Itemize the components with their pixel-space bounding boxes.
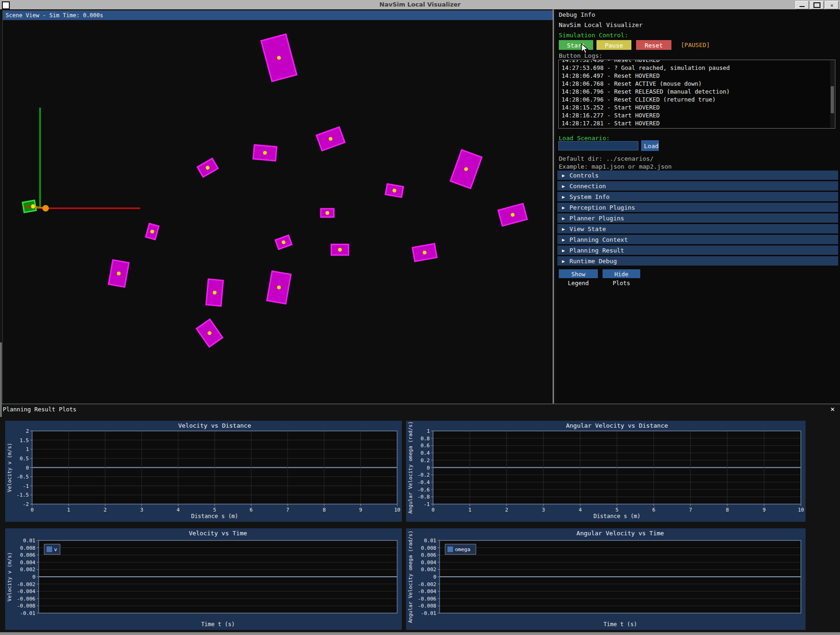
x-axis-label: Distance s (m) [593, 513, 640, 519]
maximize-button[interactable] [810, 1, 824, 9]
chevron-right-icon: ▶ [562, 173, 565, 178]
log-line: 14:28:06.796 - Reset CLICKED (returned t… [562, 96, 835, 103]
section-label: Planner Plugins [569, 215, 624, 222]
pause-button[interactable]: Pause [596, 40, 631, 50]
log-line: 14:28:06.768 - Reset ACTIVE (mouse down) [562, 80, 835, 88]
log-line: 14:27:53.698 - ? Goal reached, simulatio… [562, 64, 835, 72]
obstacle [498, 204, 527, 226]
section-view-state[interactable]: ▶View State [557, 224, 838, 233]
obstacle [413, 244, 437, 261]
plots-close-icon[interactable]: ✕ [828, 405, 837, 413]
scene-canvas[interactable] [3, 20, 554, 404]
ytick-label: -0.006 [418, 596, 436, 602]
chart-velocity-time: Velocity vs Time0.010.0080.0060.0040.002… [5, 528, 402, 630]
chart-title: Angular Velocity vs Distance [566, 422, 668, 429]
ytick-label: 0.01 [23, 538, 36, 544]
section-planner-plugins[interactable]: ▶Planner Plugins [557, 213, 838, 223]
load-scenario-label: Load Scenario: [559, 135, 610, 142]
obstacle [317, 127, 345, 151]
window-title: NavSim Local Visualizer [0, 1, 840, 8]
chevron-right-icon: ▶ [562, 194, 565, 199]
reset-button[interactable]: Reset [636, 40, 671, 50]
ytick-label: 0 [427, 465, 430, 471]
section-runtime-debug[interactable]: ▶Runtime Debug [557, 256, 838, 266]
example-hint: Example: map1.json or map2.json [559, 163, 672, 170]
ytick-label: -0.004 [17, 588, 35, 594]
section-label: Runtime Debug [569, 258, 617, 265]
section-connection[interactable]: ▶Connection [557, 181, 838, 191]
left-scrollbar-strip[interactable] [0, 342, 2, 417]
debug-panel-title: Debug Info [559, 11, 595, 18]
close-icon: ✕ [830, 3, 833, 8]
section-planning-result[interactable]: ▶Planning Result [557, 246, 838, 255]
panel-splitter[interactable] [553, 9, 554, 404]
log-line: 14:28:16.277 - Start HOVERED [562, 111, 835, 119]
chevron-right-icon: ▶ [562, 184, 565, 189]
section-system-info[interactable]: ▶System Info [557, 192, 838, 201]
scenario-input[interactable] [558, 141, 638, 150]
ytick-label: 1 [26, 446, 29, 452]
collapsible-sections: ▶Controls▶Connection▶System Info▶Percept… [557, 171, 838, 267]
ytick-label: -0.006 [17, 596, 35, 602]
xtick-label: 7 [286, 507, 289, 513]
hide-plots-button[interactable]: Hide Plots [603, 269, 640, 278]
log-scrollbar-thumb[interactable] [831, 86, 834, 113]
log-line: 14:28:06.497 - Reset HOVERED [562, 72, 835, 80]
x-axis-label: Time t (s) [603, 621, 637, 628]
ytick-label: -0.004 [418, 588, 436, 594]
obstacle [267, 271, 291, 304]
obstacle [253, 145, 277, 161]
obstacle [261, 34, 297, 81]
section-label: Connection [569, 183, 606, 190]
button-log-box[interactable]: 14:27:52.456 - Reset HOVERED14:27:53.698… [558, 60, 835, 129]
default-dir-hint: Default dir: ../scenarios/ [559, 155, 654, 162]
ytick-label: -0.008 [418, 603, 436, 609]
xtick-label: 10 [394, 507, 400, 513]
ytick-label: -0.6 [418, 487, 430, 493]
window-controls: ✕ [795, 1, 839, 9]
ytick-label: -2 [23, 501, 29, 507]
ytick-label: 0.8 [420, 436, 430, 442]
load-button[interactable]: Load [641, 140, 659, 151]
show-legend-button[interactable]: Show Legend [559, 269, 598, 278]
chevron-right-icon: ▶ [562, 259, 565, 264]
section-perception-plugins[interactable]: ▶Perception Plugins [557, 203, 838, 212]
plots-divider [0, 403, 840, 404]
close-button[interactable]: ✕ [825, 1, 839, 9]
chart-angular-velocity-time: Angular Velocity vs Time0.010.0080.0060.… [406, 528, 806, 630]
ytick-label: 0.01 [424, 538, 437, 544]
ytick-label: 0.004 [421, 560, 436, 566]
section-controls[interactable]: ▶Controls [557, 171, 838, 180]
log-scrollbar[interactable] [830, 61, 834, 128]
chart-velocity-distance: Velocity vs Distance21.510.50-0.5-1-1.5-… [5, 421, 402, 522]
chevron-right-icon: ▶ [562, 237, 565, 242]
ytick-label: 0 [26, 465, 29, 471]
x-axis-label: Distance s (m) [191, 513, 238, 519]
chevron-right-icon: ▶ [562, 226, 565, 232]
ytick-label: -1 [23, 483, 29, 489]
xtick-label: 0 [31, 507, 34, 513]
chart-title: Velocity vs Time [189, 530, 247, 537]
section-label: View State [569, 225, 606, 232]
minimize-button[interactable] [795, 1, 809, 9]
section-label: System Info [569, 193, 610, 200]
section-planning-context[interactable]: ▶Planning Context [557, 235, 838, 244]
chart-title: Velocity vs Distance [178, 422, 251, 429]
xtick-label: 2 [505, 507, 508, 513]
legend-label: v [54, 546, 57, 553]
ytick-label: 0.008 [20, 545, 35, 551]
xtick-label: 5 [213, 507, 217, 513]
chart-canvas: Velocity vs Time0.010.0080.0060.0040.002… [5, 528, 402, 630]
obstacle [197, 158, 218, 177]
xtick-label: 9 [359, 507, 362, 513]
chart-canvas: Angular Velocity vs Time0.010.0080.0060.… [406, 528, 806, 630]
ytick-label: 0.4 [420, 450, 430, 456]
plots-panel-title: Planning Result Plots [3, 406, 76, 413]
ytick-label: 1 [427, 428, 430, 434]
ytick-label: -1 [424, 501, 430, 507]
xtick-label: 8 [323, 507, 326, 513]
chart-canvas: Angular Velocity vs Distance10.80.60.40.… [406, 421, 806, 522]
legend-swatch [447, 546, 453, 552]
xtick-label: 1 [468, 507, 472, 513]
xtick-label: 7 [689, 507, 692, 513]
